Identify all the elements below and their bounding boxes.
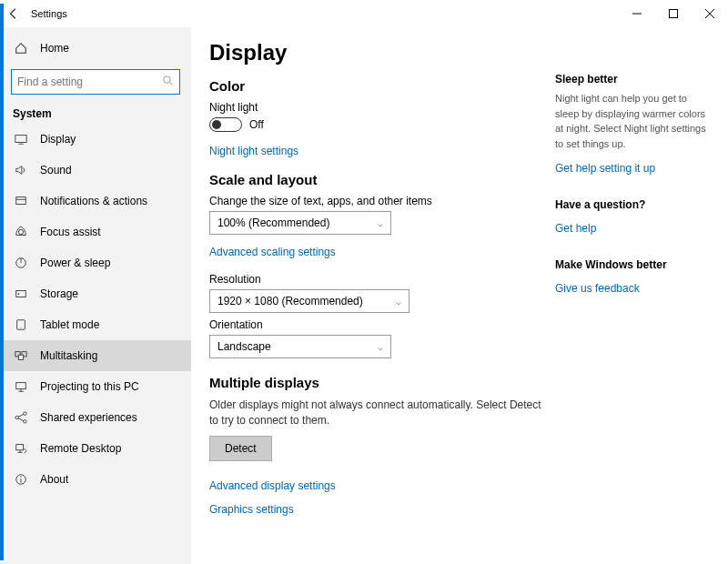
scale-header: Scale and layout	[209, 172, 546, 187]
advanced-scaling-link[interactable]: Advanced scaling settings	[209, 246, 336, 258]
aside-panel: Sleep better Night light can help you ge…	[555, 40, 710, 564]
home-icon	[13, 42, 29, 55]
svg-point-10	[18, 229, 23, 234]
sleep-help-link[interactable]: Get help setting it up	[555, 162, 655, 175]
svg-point-16	[21, 327, 22, 328]
sidebar-item-tablet-mode[interactable]: Tablet mode	[0, 309, 191, 340]
sidebar-item-power-sleep[interactable]: Power & sleep	[0, 247, 191, 278]
chevron-down-icon: ⌵	[378, 218, 383, 228]
svg-rect-20	[16, 383, 26, 389]
graphics-settings-link[interactable]: Graphics settings	[209, 503, 294, 516]
multiple-displays-desc: Older displays might not always connect …	[209, 398, 546, 428]
sidebar-item-focus-assist[interactable]: Focus assist	[0, 217, 191, 247]
sidebar-item-label: Focus assist	[40, 226, 101, 238]
svg-rect-8	[16, 197, 26, 205]
sidebar-item-notifications[interactable]: Notifications & actions	[0, 186, 191, 217]
display-icon	[13, 133, 29, 146]
minimize-button[interactable]	[619, 0, 655, 27]
sound-icon	[13, 164, 29, 176]
sidebar-item-label: Storage	[40, 287, 78, 300]
scale-select[interactable]: 100% (Recommended) ⌵	[209, 211, 391, 235]
night-light-label: Night light	[209, 101, 546, 114]
resolution-label: Resolution	[209, 273, 546, 286]
sidebar: Home System Display Sound Notifications …	[0, 27, 191, 564]
chevron-down-icon: ⌵	[378, 342, 383, 352]
content-area: Display Color Night light Off Night ligh…	[209, 40, 546, 564]
night-light-state: Off	[249, 118, 264, 131]
detect-button[interactable]: Detect	[209, 436, 272, 461]
orientation-select[interactable]: Landscape ⌵	[209, 335, 391, 358]
sidebar-item-label: About	[40, 473, 68, 486]
svg-rect-13	[16, 291, 26, 297]
svg-point-4	[164, 76, 171, 83]
close-button[interactable]	[692, 0, 728, 27]
search-input[interactable]	[17, 76, 163, 88]
svg-rect-26	[16, 445, 24, 450]
sidebar-item-label: Power & sleep	[40, 257, 110, 269]
remote-desktop-icon	[13, 442, 29, 455]
focus-assist-icon	[13, 226, 29, 238]
storage-icon	[13, 287, 29, 300]
sidebar-item-label: Shared experiences	[40, 411, 137, 424]
maximize-button[interactable]	[655, 0, 692, 27]
color-header: Color	[209, 78, 546, 94]
chevron-down-icon: ⌵	[396, 297, 401, 307]
sidebar-item-remote-desktop[interactable]: Remote Desktop	[0, 433, 191, 464]
power-icon	[13, 257, 29, 269]
sidebar-item-label: Multitasking	[40, 349, 97, 362]
sidebar-item-label: Display	[40, 133, 76, 146]
get-help-link[interactable]: Get help	[555, 222, 596, 235]
window-title: Settings	[31, 8, 67, 19]
sidebar-item-multitasking[interactable]: Multitasking	[0, 340, 191, 371]
orientation-label: Orientation	[209, 318, 546, 331]
scale-value: 100% (Recommended)	[217, 217, 329, 229]
advanced-display-link[interactable]: Advanced display settings	[209, 479, 336, 492]
svg-point-23	[15, 416, 19, 419]
shared-icon	[13, 411, 29, 424]
sidebar-item-label: Tablet mode	[40, 318, 99, 331]
svg-point-14	[18, 293, 20, 295]
night-light-settings-link[interactable]: Night light settings	[209, 145, 298, 157]
sidebar-item-about[interactable]: About	[0, 464, 191, 495]
sidebar-item-display[interactable]: Display	[0, 124, 191, 155]
sleep-better-desc: Night light can help you get to sleep by…	[555, 91, 710, 151]
sidebar-item-label: Remote Desktop	[40, 442, 121, 455]
home-label: Home	[40, 42, 69, 55]
tablet-icon	[13, 318, 29, 331]
sidebar-item-storage[interactable]: Storage	[0, 278, 191, 309]
search-box[interactable]	[11, 69, 180, 95]
resolution-value: 1920 × 1080 (Recommended)	[217, 295, 363, 307]
sidebar-item-shared-experiences[interactable]: Shared experiences	[0, 402, 191, 433]
svg-rect-19	[18, 355, 23, 359]
multitasking-icon	[13, 349, 29, 362]
question-header: Have a question?	[555, 198, 710, 211]
svg-line-5	[170, 82, 173, 85]
feedback-link[interactable]: Give us feedback	[555, 282, 640, 295]
page-title: Display	[209, 40, 546, 65]
back-button[interactable]	[0, 0, 27, 27]
sleep-better-header: Sleep better	[555, 73, 710, 86]
night-light-toggle[interactable]	[209, 117, 242, 132]
svg-rect-6	[15, 136, 26, 143]
orientation-value: Landscape	[217, 340, 271, 353]
sidebar-item-label: Sound	[40, 164, 72, 176]
sidebar-item-label: Projecting to this PC	[40, 380, 139, 393]
better-header: Make Windows better	[555, 258, 710, 271]
about-icon	[13, 473, 29, 486]
sidebar-item-label: Notifications & actions	[40, 195, 147, 207]
svg-point-25	[24, 420, 27, 424]
scale-label: Change the size of text, apps, and other…	[209, 195, 546, 207]
svg-point-24	[24, 412, 27, 416]
svg-point-29	[20, 476, 21, 477]
home-button[interactable]: Home	[0, 33, 191, 64]
search-icon	[163, 76, 174, 89]
sidebar-group-header: System	[0, 102, 191, 124]
resolution-select[interactable]: 1920 × 1080 (Recommended) ⌵	[209, 289, 410, 313]
sidebar-item-projecting[interactable]: Projecting to this PC	[0, 371, 191, 402]
notifications-icon	[13, 195, 29, 207]
projecting-icon	[13, 380, 29, 393]
sidebar-item-sound[interactable]: Sound	[0, 155, 191, 186]
multiple-displays-header: Multiple displays	[209, 375, 546, 390]
svg-rect-1	[670, 10, 678, 18]
